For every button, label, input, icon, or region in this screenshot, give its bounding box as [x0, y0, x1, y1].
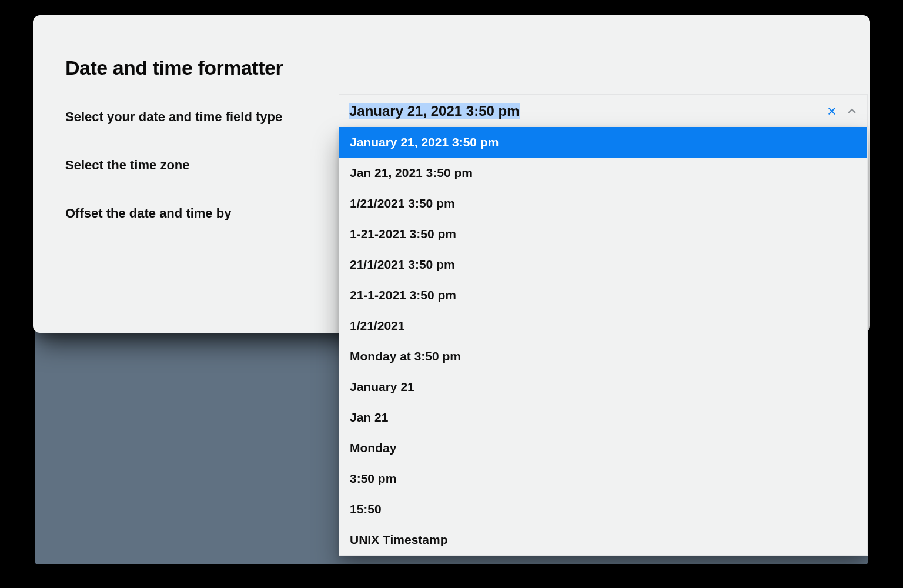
combobox-option[interactable]: 21-1-2021 3:50 pm: [339, 280, 867, 310]
combobox-option[interactable]: 15:50: [339, 494, 867, 524]
combobox-value-highlight: January 21, 2021 3:50 pm: [349, 103, 520, 119]
close-icon[interactable]: [825, 104, 839, 118]
app-frame: Date and time formatter Select your date…: [0, 0, 903, 588]
combobox-option[interactable]: 3:50 pm: [339, 463, 867, 494]
modal-title: Date and time formatter: [65, 56, 838, 79]
combobox-option[interactable]: 1/21/2021 3:50 pm: [339, 188, 867, 219]
combobox-option[interactable]: UNIX Timestamp: [339, 524, 867, 555]
label-field-type: Select your date and time field type: [65, 109, 342, 125]
combobox-option[interactable]: 21/1/2021 3:50 pm: [339, 249, 867, 280]
label-offset: Offset the date and time by: [65, 206, 342, 221]
combobox-value[interactable]: January 21, 2021 3:50 pm: [349, 103, 819, 119]
combobox-option[interactable]: 1-21-2021 3:50 pm: [339, 219, 867, 249]
combobox-option[interactable]: 1/21/2021: [339, 310, 867, 341]
combobox-option[interactable]: January 21, 2021 3:50 pm: [339, 127, 867, 158]
combobox-option[interactable]: Monday at 3:50 pm: [339, 341, 867, 372]
combobox-control[interactable]: January 21, 2021 3:50 pm: [339, 94, 868, 127]
combobox-option[interactable]: Jan 21: [339, 402, 867, 433]
label-time-zone: Select the time zone: [65, 158, 342, 173]
combobox-option[interactable]: January 21: [339, 372, 867, 402]
field-type-combobox[interactable]: January 21, 2021 3:50 pm January 21, 202…: [339, 94, 868, 556]
chevron-up-icon[interactable]: [845, 104, 859, 118]
combobox-dropdown[interactable]: January 21, 2021 3:50 pmJan 21, 2021 3:5…: [339, 127, 868, 556]
combobox-option[interactable]: Jan 21, 2021 3:50 pm: [339, 158, 867, 188]
combobox-option[interactable]: Monday: [339, 433, 867, 463]
